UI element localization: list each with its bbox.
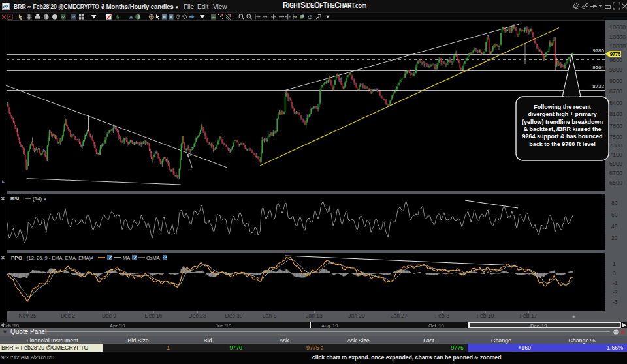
svg-text:10300: 10300: [609, 34, 626, 40]
svg-text:7300: 7300: [609, 142, 622, 149]
svg-text:✕: ✕: [1, 196, 5, 202]
svg-text:80: 80: [611, 200, 618, 206]
svg-text:9300: 9300: [609, 67, 622, 73]
svg-text:9780: 9780: [592, 48, 604, 53]
svg-text:OsMA: OsMA: [146, 255, 160, 261]
svg-text:40: 40: [611, 223, 618, 230]
svg-text:7100: 7100: [609, 151, 622, 158]
svg-text:divergent high + primary: divergent high + primary: [528, 111, 596, 117]
svg-text:9000: 9000: [609, 78, 622, 84]
svg-text:6700: 6700: [609, 170, 622, 176]
svg-text:8100: 8100: [609, 111, 622, 117]
svg-text:-3: -3: [613, 299, 618, 305]
svg-text:0: 0: [613, 270, 616, 277]
svg-text:8700: 8700: [609, 88, 622, 95]
svg-text:9600: 9600: [609, 57, 622, 63]
svg-text:7800: 7800: [609, 123, 622, 129]
svg-text:Following the recent: Following the recent: [534, 104, 591, 110]
svg-text:RSI: RSI: [10, 196, 19, 202]
svg-text:(12, 26, 9 - EMA, EMA, EMA): (12, 26, 9 - EMA, EMA, EMA): [27, 255, 91, 261]
svg-text:6900: 6900: [609, 160, 622, 167]
svg-text:& backtest, /BRR kissed the: & backtest, /BRR kissed the: [523, 126, 601, 132]
svg-text:9264: 9264: [592, 65, 604, 70]
svg-text:10000: 10000: [609, 43, 626, 50]
svg-text:7500: 7500: [609, 134, 622, 140]
svg-text:10600: 10600: [609, 24, 626, 31]
svg-text:-2: -2: [613, 289, 618, 296]
svg-text:PPO: PPO: [11, 255, 22, 261]
svg-text:9264 support & has bounced: 9264 support & has bounced: [522, 133, 602, 140]
svg-text:-1: -1: [613, 280, 618, 286]
svg-text:back to the 9780 R level: back to the 9780 R level: [529, 141, 596, 147]
svg-text:8732: 8732: [592, 83, 604, 89]
svg-text:6500: 6500: [609, 179, 622, 186]
svg-text:✕: ✕: [1, 255, 5, 261]
svg-text:(yellow) trendline breakdown: (yellow) trendline breakdown: [522, 119, 603, 125]
svg-text:20: 20: [611, 235, 618, 241]
svg-text:1: 1: [613, 261, 616, 267]
svg-text:9775: 9775: [610, 51, 621, 57]
svg-text:8400: 8400: [609, 100, 622, 106]
svg-text:MA: MA: [123, 255, 130, 261]
svg-text:60: 60: [611, 211, 618, 218]
svg-text:(14): (14): [33, 196, 42, 202]
